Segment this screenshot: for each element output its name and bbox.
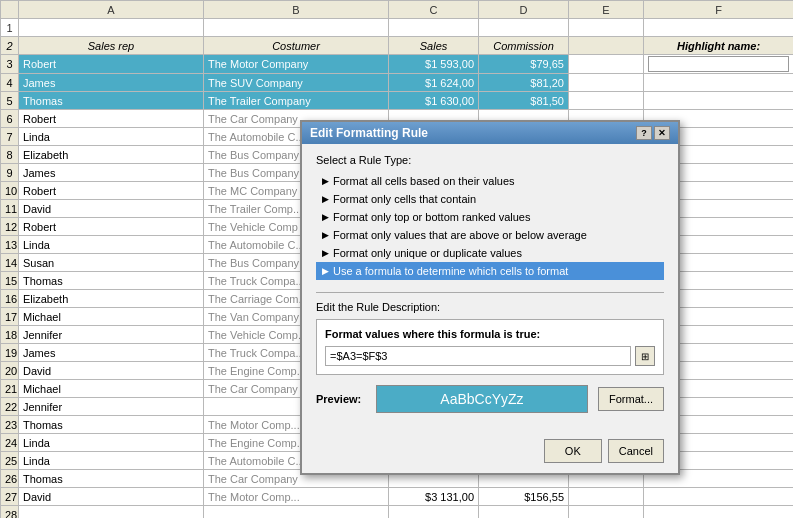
row-header: 18 [1,326,19,344]
table-row: 28 [1,506,794,519]
rule-arrow-6: ▶ [322,266,329,276]
rule-label-1: Format all cells based on their values [333,175,515,187]
name-cell: Robert [19,55,204,74]
name-cell: Michael [19,308,204,326]
r1c5 [569,19,644,37]
dialog-body: Select a Rule Type: ▶Format all cells ba… [302,144,678,433]
r1c1 [19,19,204,37]
highlight-input-cell[interactable] [644,55,794,74]
rule-item-2[interactable]: ▶Format only cells that contain [316,190,664,208]
row-header: 6 [1,110,19,128]
row-header: 15 [1,272,19,290]
corner-header [1,1,19,19]
name-cell: Elizabeth [19,290,204,308]
blank [644,506,794,519]
rule-label-6: Use a formula to determine which cells t… [333,265,568,277]
name-cell: David [19,362,204,380]
blank [204,506,389,519]
name-cell: Thomas [19,416,204,434]
rule-label-2: Format only cells that contain [333,193,476,205]
table-row: 4 James The SUV Company $1 624,00 $81,20 [1,74,794,92]
rule-label-5: Format only unique or duplicate values [333,247,522,259]
blank [569,92,644,110]
rule-arrow-2: ▶ [322,194,329,204]
col-salesrep-header: Sales rep [19,37,204,55]
blank [569,488,644,506]
customer-cell: The Motor Comp... [204,488,389,506]
row-header: 24 [1,434,19,452]
name-cell: Linda [19,452,204,470]
rule-item-5[interactable]: ▶Format only unique or duplicate values [316,244,664,262]
rule-item-6[interactable]: ▶Use a formula to determine which cells … [316,262,664,280]
dialog-help-button[interactable]: ? [636,126,652,140]
row-header: 12 [1,218,19,236]
name-cell: Jennifer [19,326,204,344]
name-cell: Susan [19,254,204,272]
row-header: 8 [1,146,19,164]
blank [479,506,569,519]
name-cell: Linda [19,128,204,146]
customer-cell: The Motor Company [204,55,389,74]
rule-type-list: ▶Format all cells based on their values … [316,172,664,280]
sales-cell: $1 624,00 [389,74,479,92]
col-c-header: C [389,1,479,19]
row-header: 4 [1,74,19,92]
customer-cell: The SUV Company [204,74,389,92]
name-cell: Thomas [19,272,204,290]
blank [644,74,794,92]
sales-cell: $3 131,00 [389,488,479,506]
name-cell: Robert [19,110,204,128]
rule-item-1[interactable]: ▶Format all cells based on their values [316,172,664,190]
formula-row: ⊞ [325,346,655,366]
name-cell: David [19,488,204,506]
col-b-header: B [204,1,389,19]
preview-row: Preview: AaBbCcYyZz Format... [316,385,664,413]
customer-cell: The Trailer Company [204,92,389,110]
row-header: 20 [1,362,19,380]
dialog-close-button[interactable]: ✕ [654,126,670,140]
row-header: 9 [1,164,19,182]
name-cell: David [19,200,204,218]
format-button[interactable]: Format... [598,387,664,411]
name-cell: Robert [19,182,204,200]
row-header: 27 [1,488,19,506]
row-header: 19 [1,344,19,362]
blank [644,488,794,506]
preview-text: AaBbCcYyZz [440,391,523,407]
highlight-name-input[interactable] [648,56,789,72]
row-header: 22 [1,398,19,416]
rule-item-4[interactable]: ▶Format only values that are above or be… [316,226,664,244]
formula-collapse-button[interactable]: ⊞ [635,346,655,366]
blank [19,506,204,519]
sales-cell: $1 630,00 [389,92,479,110]
sales-cell: $1 593,00 [389,55,479,74]
highlight-name-label: Highlight name: [644,37,794,55]
name-cell: James [19,164,204,182]
formula-title: Format values where this formula is true… [325,328,655,340]
row-header: 7 [1,128,19,146]
rule-arrow-5: ▶ [322,248,329,258]
name-cell: Thomas [19,470,204,488]
row-header: 21 [1,380,19,398]
blank [644,92,794,110]
name-cell: James [19,74,204,92]
dialog-title: Edit Formatting Rule [310,126,428,140]
formula-input[interactable] [325,346,631,366]
rule-item-3[interactable]: ▶Format only top or bottom ranked values [316,208,664,226]
name-cell: Thomas [19,92,204,110]
table-row: 5 Thomas The Trailer Company $1 630,00 $… [1,92,794,110]
row-header: 14 [1,254,19,272]
row-header: 28 [1,506,19,519]
ok-button[interactable]: OK [544,439,602,463]
commission-cell: $81,20 [479,74,569,92]
row-header: 26 [1,470,19,488]
r1c6 [644,19,794,37]
row-2-header: 2 [1,37,19,55]
cancel-button[interactable]: Cancel [608,439,664,463]
row-header: 5 [1,92,19,110]
r1c2 [204,19,389,37]
preview-label: Preview: [316,393,366,405]
commission-cell: $156,55 [479,488,569,506]
row-header: 11 [1,200,19,218]
r2c5 [569,37,644,55]
